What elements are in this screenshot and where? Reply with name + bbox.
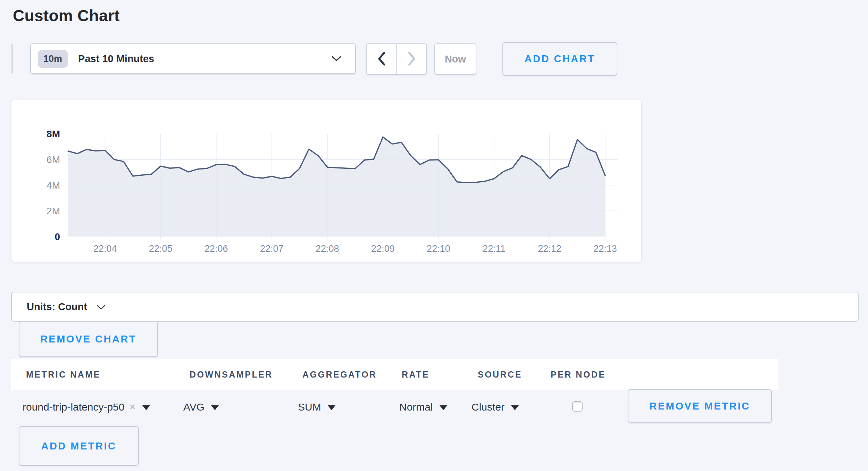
svg-text:22:05: 22:05 [149,243,173,254]
aggregator-select[interactable]: SUM [298,390,335,424]
caret-down-icon [211,405,219,410]
chevron-left-icon [377,51,386,67]
units-dropdown[interactable]: Units: Count [11,292,859,322]
downsampler-select[interactable]: AVG [183,390,219,424]
custom-chart-page: Custom Chart 10m Past 10 Minutes Now ADD… [0,0,868,471]
aggregator-value: SUM [298,401,321,413]
metric-name-select[interactable]: round-trip-latency-p50 × [23,390,150,424]
metric-name-value: round-trip-latency-p50 [23,401,124,413]
svg-text:8M: 8M [47,129,60,139]
svg-text:22:06: 22:06 [205,243,228,254]
svg-text:0: 0 [55,231,60,242]
time-window-badge: 10m [38,50,68,68]
chevron-down-icon [97,305,105,310]
svg-text:22:10: 22:10 [427,243,450,254]
units-label: Units: Count [27,301,87,313]
prev-time-button[interactable] [367,44,397,74]
svg-text:22:13: 22:13 [593,243,617,254]
time-window-dropdown[interactable]: 10m Past 10 Minutes [30,43,356,74]
rate-value: Normal [399,401,433,413]
clear-metric-icon[interactable]: × [129,401,135,413]
svg-text:22:07: 22:07 [260,243,284,254]
remove-metric-button[interactable]: REMOVE METRIC [628,389,772,423]
chevron-down-icon [332,56,341,61]
per-node-checkbox[interactable] [572,401,583,412]
svg-text:22:11: 22:11 [483,243,506,254]
svg-text:6M: 6M [47,154,60,165]
time-nav-group [366,43,427,75]
add-metric-button[interactable]: ADD METRIC [19,426,139,466]
add-chart-button[interactable]: ADD CHART [502,42,617,76]
column-header-downsampler: DOWNSAMPLER [190,359,273,390]
chart-card: 02M4M6M8M22:0422:0522:0622:0722:0822:092… [11,100,642,262]
svg-text:22:08: 22:08 [316,243,339,254]
now-button[interactable]: Now [434,43,476,75]
time-window-label: Past 10 Minutes [78,53,154,65]
downsampler-value: AVG [183,401,205,413]
next-time-button[interactable] [397,44,426,74]
svg-text:4M: 4M [47,180,60,191]
caret-down-icon [142,405,150,410]
svg-text:22:12: 22:12 [538,243,561,254]
latency-area-chart[interactable]: 02M4M6M8M22:0422:0522:0622:0722:0822:092… [11,100,641,262]
remove-chart-button[interactable]: REMOVE CHART [19,321,158,357]
svg-text:22:09: 22:09 [371,243,395,254]
source-value: Cluster [471,401,504,413]
source-select[interactable]: Cluster [471,390,519,424]
chevron-right-icon [407,51,416,67]
column-header-aggregator: AGGREGATOR [302,359,377,390]
toolbar-divider [11,44,13,74]
column-header-rate: RATE [402,359,429,390]
caret-down-icon [440,405,447,410]
caret-down-icon [328,405,335,410]
page-title: Custom Chart [13,6,120,25]
svg-text:22:04: 22:04 [93,243,117,254]
svg-text:2M: 2M [47,206,60,216]
column-header-per-node: PER NODE [551,359,606,390]
rate-select[interactable]: Normal [399,390,447,424]
metrics-table-header: METRIC NAME DOWNSAMPLER AGGREGATOR RATE … [11,359,778,390]
column-header-metric-name: METRIC NAME [26,359,101,390]
caret-down-icon [511,405,519,410]
column-header-source: SOURCE [478,359,522,390]
